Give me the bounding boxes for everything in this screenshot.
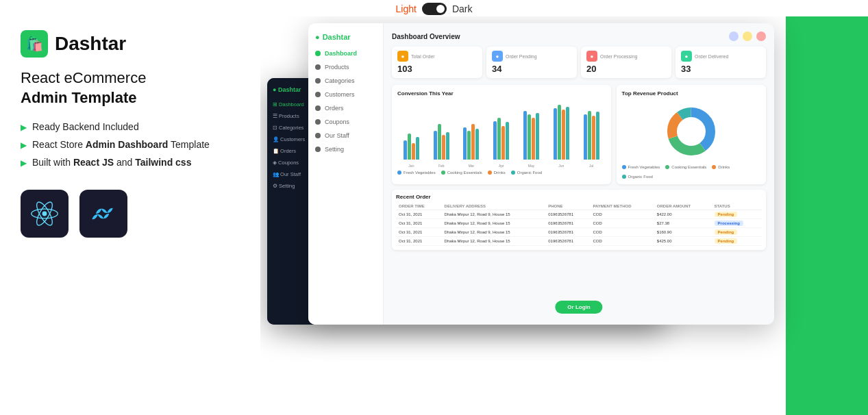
donut-legend-label: Fresh Vegetables bbox=[628, 165, 660, 169]
brand-header: 🛍️ Dashtar bbox=[21, 30, 240, 58]
feature-item-3: ▶ Built with React JS and Tailwind css bbox=[21, 157, 240, 168]
brand-subtitle: React eCommerce Admin Template bbox=[21, 68, 240, 108]
bar bbox=[408, 134, 411, 160]
order-time: Oct 31, 2021 bbox=[396, 219, 442, 228]
orders-col-header: STATUS bbox=[712, 203, 762, 210]
order-amount: $160.90 bbox=[654, 228, 712, 237]
bar-chart-title: Conversion This Year bbox=[397, 90, 606, 97]
legend-dot bbox=[441, 171, 445, 175]
order-method: COD bbox=[590, 219, 654, 228]
brand-icon: 🛍️ bbox=[21, 30, 48, 58]
order-address: Dhaka Mirpur 12, Road 9, House 15 bbox=[442, 228, 546, 237]
bar bbox=[536, 113, 539, 160]
nav-customers[interactable]: Customers bbox=[308, 88, 383, 101]
bar bbox=[523, 111, 527, 160]
donut-legend-dot bbox=[622, 175, 626, 179]
react-logo bbox=[21, 190, 69, 238]
bar bbox=[438, 124, 441, 160]
arrow-icon-3: ▶ bbox=[21, 158, 27, 168]
donut-chart-title: Top Revenue Product bbox=[622, 90, 760, 97]
legend-dot bbox=[511, 171, 515, 175]
nav-setting[interactable]: Setting bbox=[308, 142, 383, 156]
nav-dashboard[interactable]: Dashboard bbox=[308, 47, 383, 60]
order-status: Pending bbox=[712, 237, 762, 246]
bar bbox=[493, 121, 497, 160]
donut-legend-dot bbox=[622, 165, 626, 169]
bar-chart-labels: JanFebMarAprMayJunJul bbox=[397, 164, 606, 168]
stat-label: Order Delivered bbox=[695, 54, 728, 59]
bar bbox=[584, 114, 587, 160]
bar-group bbox=[517, 111, 545, 160]
table-row: Oct 31, 2021 Dhaka Mirpur 12, Road 9, Ho… bbox=[396, 219, 762, 228]
bar bbox=[532, 118, 535, 160]
bar bbox=[562, 110, 565, 160]
bar bbox=[404, 140, 407, 160]
bar-label: Jan bbox=[397, 164, 425, 168]
donut-svg bbox=[664, 104, 719, 159]
order-method: COD bbox=[590, 237, 654, 246]
donut-legend-item: Organic Food bbox=[622, 175, 653, 179]
stat-icon: ● bbox=[586, 51, 597, 62]
table-row: Oct 31, 2021 Dhaka Mirpur 12, Road 9, Ho… bbox=[396, 228, 762, 237]
dark-label: Dark bbox=[452, 3, 473, 14]
charts-row: Conversion This Year JanFebMarAprMayJunJ… bbox=[392, 85, 766, 184]
donut-legend-dot bbox=[712, 165, 716, 169]
customers-nav-icon bbox=[315, 92, 321, 97]
status-badge: Pending bbox=[715, 229, 738, 235]
status-badge: Processing bbox=[715, 221, 743, 226]
main-content: 🛍️ Dashtar React eCommerce Admin Templat… bbox=[0, 16, 868, 415]
orders-col-header: PHONE bbox=[545, 203, 590, 210]
feature-item-2: ▶ React Store Admin Dashboard Template bbox=[21, 139, 240, 150]
order-address: Dhaka Mirpur 12, Road 9, House 15 bbox=[442, 219, 546, 228]
bar bbox=[434, 131, 437, 160]
donut-chart-wrapper bbox=[622, 101, 760, 162]
donut-legend-label: Cooking Essentials bbox=[671, 165, 706, 169]
order-phone: 01963526781 bbox=[545, 210, 590, 219]
nav-orders[interactable]: Orders bbox=[308, 101, 383, 115]
donut-legend: Fresh VegetablesCooking EssentialsDrinks… bbox=[622, 165, 760, 179]
brush-icon[interactable] bbox=[743, 32, 752, 41]
bar-group bbox=[547, 105, 575, 160]
nav-categories[interactable]: Categories bbox=[308, 74, 383, 88]
stat-card: ● Order Pending 34 bbox=[486, 47, 577, 78]
nav-products[interactable]: Products bbox=[308, 60, 383, 74]
coupons-nav-icon bbox=[315, 119, 321, 125]
theme-toggle[interactable] bbox=[422, 3, 447, 15]
table-row: Oct 31, 2021 Dhaka Mirpur 12, Road 9, Ho… bbox=[396, 210, 762, 219]
dashboard-nav-icon bbox=[315, 51, 321, 56]
bar-label: Apr bbox=[487, 164, 515, 168]
bar bbox=[596, 112, 599, 160]
donut-chart-card: Top Revenue Product bbox=[617, 85, 766, 184]
arrow-icon-2: ▶ bbox=[21, 140, 27, 150]
login-button[interactable]: Or Login bbox=[555, 301, 602, 314]
light-screenshot: Dashtar Dashboard Products Categories bbox=[308, 23, 774, 325]
orders-table: ORDER TIMEDELIVERY ADDRESSPHONEPAYMENT M… bbox=[396, 203, 762, 246]
avatar-icon[interactable] bbox=[756, 32, 766, 41]
nav-coupons[interactable]: Coupons bbox=[308, 115, 383, 129]
bar-label: Feb bbox=[427, 164, 456, 168]
bar bbox=[506, 122, 509, 160]
bar bbox=[467, 131, 471, 160]
staff-nav-icon bbox=[315, 133, 321, 138]
orders-col-header: ORDER AMOUNT bbox=[654, 203, 712, 210]
stat-value: 103 bbox=[397, 64, 477, 74]
order-phone: 01963526781 bbox=[545, 228, 590, 237]
stat-value: 34 bbox=[492, 64, 571, 74]
stats-row: ● Total Order 103 ● Order Pending 34 ● O… bbox=[392, 47, 766, 78]
stat-card: ● Order Delivered 33 bbox=[675, 47, 766, 78]
bar-group bbox=[487, 118, 515, 160]
legend-item: Cooking Essentials bbox=[441, 171, 482, 175]
moon-icon[interactable] bbox=[729, 32, 739, 41]
order-method: COD bbox=[590, 228, 654, 237]
nav-staff[interactable]: Our Staff bbox=[308, 129, 383, 142]
order-time: Oct 31, 2021 bbox=[396, 237, 442, 246]
light-label: Light bbox=[396, 3, 417, 14]
stat-icon: ● bbox=[492, 51, 503, 62]
bar bbox=[446, 132, 449, 160]
tech-logos bbox=[21, 190, 240, 238]
status-badge: Pending bbox=[715, 212, 738, 217]
order-amount: $27.38 bbox=[654, 219, 712, 228]
stat-icon: ● bbox=[681, 51, 692, 62]
legend-item: Drinks bbox=[488, 171, 506, 175]
bar-group bbox=[578, 111, 606, 160]
